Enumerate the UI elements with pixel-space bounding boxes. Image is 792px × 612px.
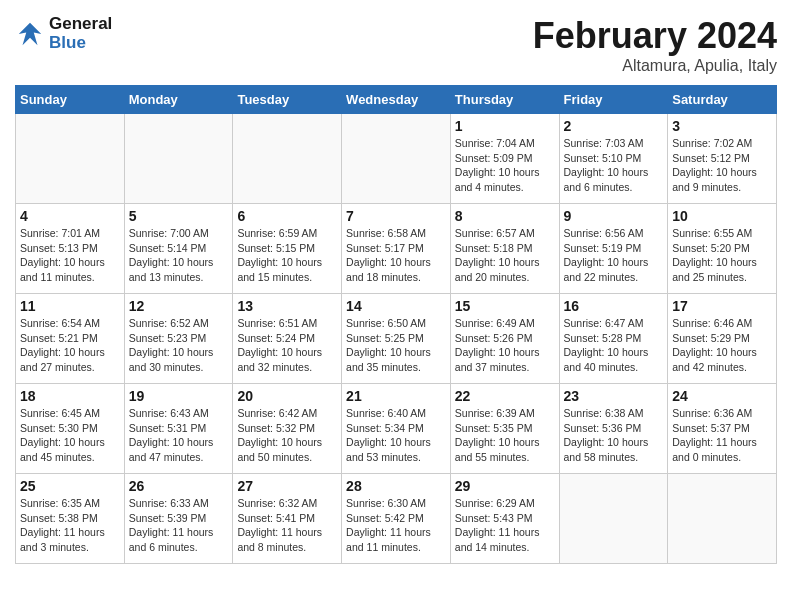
day-info: Sunrise: 6:36 AM Sunset: 5:37 PM Dayligh… <box>672 406 772 465</box>
day-info: Sunrise: 6:49 AM Sunset: 5:26 PM Dayligh… <box>455 316 555 375</box>
calendar-day-cell <box>342 114 451 204</box>
calendar-day-cell: 28Sunrise: 6:30 AM Sunset: 5:42 PM Dayli… <box>342 474 451 564</box>
calendar-day-cell: 18Sunrise: 6:45 AM Sunset: 5:30 PM Dayli… <box>16 384 125 474</box>
day-number: 13 <box>237 298 337 314</box>
day-number: 7 <box>346 208 446 224</box>
page-header: General Blue February 2024 Altamura, Apu… <box>15 15 777 75</box>
calendar-day-cell: 14Sunrise: 6:50 AM Sunset: 5:25 PM Dayli… <box>342 294 451 384</box>
day-number: 22 <box>455 388 555 404</box>
day-number: 23 <box>564 388 664 404</box>
day-info: Sunrise: 6:46 AM Sunset: 5:29 PM Dayligh… <box>672 316 772 375</box>
day-number: 20 <box>237 388 337 404</box>
calendar-day-cell: 11Sunrise: 6:54 AM Sunset: 5:21 PM Dayli… <box>16 294 125 384</box>
day-info: Sunrise: 6:33 AM Sunset: 5:39 PM Dayligh… <box>129 496 229 555</box>
logo: General Blue <box>15 15 112 52</box>
calendar-day-cell: 6Sunrise: 6:59 AM Sunset: 5:15 PM Daylig… <box>233 204 342 294</box>
day-info: Sunrise: 6:40 AM Sunset: 5:34 PM Dayligh… <box>346 406 446 465</box>
day-number: 19 <box>129 388 229 404</box>
day-number: 24 <box>672 388 772 404</box>
calendar-day-cell <box>233 114 342 204</box>
day-info: Sunrise: 6:30 AM Sunset: 5:42 PM Dayligh… <box>346 496 446 555</box>
day-number: 21 <box>346 388 446 404</box>
day-number: 15 <box>455 298 555 314</box>
day-info: Sunrise: 6:47 AM Sunset: 5:28 PM Dayligh… <box>564 316 664 375</box>
day-number: 11 <box>20 298 120 314</box>
weekday-header: Saturday <box>668 86 777 114</box>
day-number: 6 <box>237 208 337 224</box>
calendar-day-cell <box>16 114 125 204</box>
day-number: 26 <box>129 478 229 494</box>
calendar-day-cell: 29Sunrise: 6:29 AM Sunset: 5:43 PM Dayli… <box>450 474 559 564</box>
day-info: Sunrise: 6:50 AM Sunset: 5:25 PM Dayligh… <box>346 316 446 375</box>
day-number: 27 <box>237 478 337 494</box>
calendar-day-cell: 27Sunrise: 6:32 AM Sunset: 5:41 PM Dayli… <box>233 474 342 564</box>
calendar-day-cell: 1Sunrise: 7:04 AM Sunset: 5:09 PM Daylig… <box>450 114 559 204</box>
calendar-day-cell: 12Sunrise: 6:52 AM Sunset: 5:23 PM Dayli… <box>124 294 233 384</box>
calendar-day-cell: 2Sunrise: 7:03 AM Sunset: 5:10 PM Daylig… <box>559 114 668 204</box>
calendar-day-cell: 21Sunrise: 6:40 AM Sunset: 5:34 PM Dayli… <box>342 384 451 474</box>
calendar-day-cell: 17Sunrise: 6:46 AM Sunset: 5:29 PM Dayli… <box>668 294 777 384</box>
day-info: Sunrise: 7:03 AM Sunset: 5:10 PM Dayligh… <box>564 136 664 195</box>
day-info: Sunrise: 6:39 AM Sunset: 5:35 PM Dayligh… <box>455 406 555 465</box>
day-info: Sunrise: 6:32 AM Sunset: 5:41 PM Dayligh… <box>237 496 337 555</box>
calendar-day-cell: 4Sunrise: 7:01 AM Sunset: 5:13 PM Daylig… <box>16 204 125 294</box>
calendar-day-cell: 20Sunrise: 6:42 AM Sunset: 5:32 PM Dayli… <box>233 384 342 474</box>
calendar-day-cell <box>559 474 668 564</box>
calendar-week-row: 25Sunrise: 6:35 AM Sunset: 5:38 PM Dayli… <box>16 474 777 564</box>
day-info: Sunrise: 6:35 AM Sunset: 5:38 PM Dayligh… <box>20 496 120 555</box>
calendar-day-cell: 8Sunrise: 6:57 AM Sunset: 5:18 PM Daylig… <box>450 204 559 294</box>
day-info: Sunrise: 6:57 AM Sunset: 5:18 PM Dayligh… <box>455 226 555 285</box>
day-info: Sunrise: 6:58 AM Sunset: 5:17 PM Dayligh… <box>346 226 446 285</box>
calendar-day-cell <box>124 114 233 204</box>
day-number: 4 <box>20 208 120 224</box>
weekday-header: Monday <box>124 86 233 114</box>
calendar-day-cell: 10Sunrise: 6:55 AM Sunset: 5:20 PM Dayli… <box>668 204 777 294</box>
calendar-week-row: 4Sunrise: 7:01 AM Sunset: 5:13 PM Daylig… <box>16 204 777 294</box>
month-title: February 2024 <box>533 15 777 57</box>
day-info: Sunrise: 6:51 AM Sunset: 5:24 PM Dayligh… <box>237 316 337 375</box>
day-info: Sunrise: 6:38 AM Sunset: 5:36 PM Dayligh… <box>564 406 664 465</box>
day-number: 8 <box>455 208 555 224</box>
calendar-day-cell: 19Sunrise: 6:43 AM Sunset: 5:31 PM Dayli… <box>124 384 233 474</box>
logo-icon <box>15 19 45 49</box>
calendar-day-cell <box>668 474 777 564</box>
calendar-day-cell: 9Sunrise: 6:56 AM Sunset: 5:19 PM Daylig… <box>559 204 668 294</box>
calendar-day-cell: 15Sunrise: 6:49 AM Sunset: 5:26 PM Dayli… <box>450 294 559 384</box>
calendar-day-cell: 13Sunrise: 6:51 AM Sunset: 5:24 PM Dayli… <box>233 294 342 384</box>
day-info: Sunrise: 6:29 AM Sunset: 5:43 PM Dayligh… <box>455 496 555 555</box>
day-number: 9 <box>564 208 664 224</box>
calendar-day-cell: 7Sunrise: 6:58 AM Sunset: 5:17 PM Daylig… <box>342 204 451 294</box>
day-number: 16 <box>564 298 664 314</box>
day-info: Sunrise: 6:43 AM Sunset: 5:31 PM Dayligh… <box>129 406 229 465</box>
day-info: Sunrise: 6:54 AM Sunset: 5:21 PM Dayligh… <box>20 316 120 375</box>
weekday-header: Friday <box>559 86 668 114</box>
calendar-header-row: SundayMondayTuesdayWednesdayThursdayFrid… <box>16 86 777 114</box>
calendar-day-cell: 26Sunrise: 6:33 AM Sunset: 5:39 PM Dayli… <box>124 474 233 564</box>
calendar-week-row: 1Sunrise: 7:04 AM Sunset: 5:09 PM Daylig… <box>16 114 777 204</box>
day-info: Sunrise: 7:00 AM Sunset: 5:14 PM Dayligh… <box>129 226 229 285</box>
calendar-day-cell: 3Sunrise: 7:02 AM Sunset: 5:12 PM Daylig… <box>668 114 777 204</box>
calendar-week-row: 18Sunrise: 6:45 AM Sunset: 5:30 PM Dayli… <box>16 384 777 474</box>
day-info: Sunrise: 7:01 AM Sunset: 5:13 PM Dayligh… <box>20 226 120 285</box>
day-number: 1 <box>455 118 555 134</box>
day-number: 28 <box>346 478 446 494</box>
title-block: February 2024 Altamura, Apulia, Italy <box>533 15 777 75</box>
day-number: 5 <box>129 208 229 224</box>
day-number: 17 <box>672 298 772 314</box>
day-number: 18 <box>20 388 120 404</box>
day-number: 10 <box>672 208 772 224</box>
day-number: 29 <box>455 478 555 494</box>
day-info: Sunrise: 7:02 AM Sunset: 5:12 PM Dayligh… <box>672 136 772 195</box>
location-subtitle: Altamura, Apulia, Italy <box>533 57 777 75</box>
calendar-day-cell: 5Sunrise: 7:00 AM Sunset: 5:14 PM Daylig… <box>124 204 233 294</box>
calendar-day-cell: 25Sunrise: 6:35 AM Sunset: 5:38 PM Dayli… <box>16 474 125 564</box>
calendar-day-cell: 22Sunrise: 6:39 AM Sunset: 5:35 PM Dayli… <box>450 384 559 474</box>
weekday-header: Wednesday <box>342 86 451 114</box>
weekday-header: Tuesday <box>233 86 342 114</box>
day-info: Sunrise: 7:04 AM Sunset: 5:09 PM Dayligh… <box>455 136 555 195</box>
day-info: Sunrise: 6:56 AM Sunset: 5:19 PM Dayligh… <box>564 226 664 285</box>
weekday-header: Sunday <box>16 86 125 114</box>
day-info: Sunrise: 6:45 AM Sunset: 5:30 PM Dayligh… <box>20 406 120 465</box>
day-number: 2 <box>564 118 664 134</box>
logo-text: General Blue <box>49 15 112 52</box>
